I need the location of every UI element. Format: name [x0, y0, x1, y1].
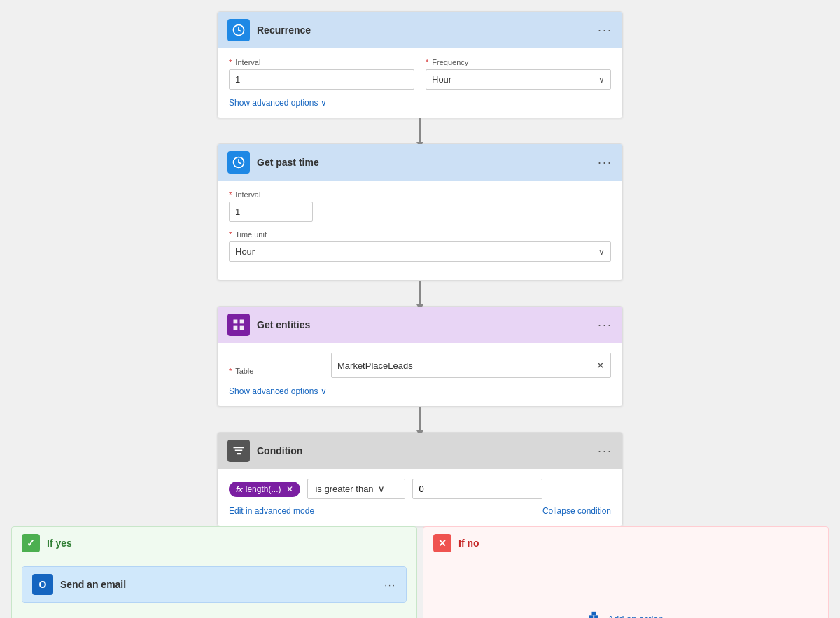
recurrence-frequency-value: Hour — [432, 74, 451, 85]
get-past-time-timeunit-select[interactable]: Hour ∨ — [229, 241, 611, 262]
get-entities-body: * Table MarketPlaceLeads ✕ Show advanced… — [218, 343, 622, 406]
checkmark-icon: ✓ — [27, 538, 35, 549]
svg-line-2 — [239, 30, 241, 31]
condition-title: Condition — [257, 445, 598, 456]
recurrence-interval-input[interactable] — [229, 69, 414, 90]
svg-rect-6 — [234, 320, 238, 324]
get-entities-card: Get entities ··· * Table MarketPlaceLead… — [217, 306, 623, 407]
recurrence-frequency-group: * Frequency Hour ∨ — [426, 58, 611, 90]
recurrence-interval-label: * Interval — [229, 58, 414, 66]
recurrence-menu[interactable]: ··· — [598, 23, 612, 38]
branch-yes-header: ✓ If yes — [12, 527, 416, 559]
recurrence-frequency-label: * Frequency — [426, 58, 611, 66]
no-add-action-label: Add an action — [608, 614, 664, 619]
branch-no-icon: ✕ — [433, 534, 451, 552]
branch-no-body: Add an action — [424, 559, 828, 618]
branch-no-label: If no — [458, 538, 479, 549]
condition-header: Condition ··· — [218, 433, 622, 469]
send-email-icon: O — [32, 574, 53, 595]
get-past-time-menu[interactable]: ··· — [598, 155, 612, 170]
recurrence-show-advanced[interactable]: Show advanced options ∨ — [229, 98, 611, 108]
send-email-menu[interactable]: ··· — [384, 580, 396, 590]
branch-yes: ✓ If yes O Send an email ··· — [11, 526, 417, 618]
get-entities-title: Get entities — [257, 319, 598, 330]
connector-2 — [419, 281, 421, 306]
get-past-time-title: Get past time — [257, 157, 598, 168]
condition-icon — [227, 440, 250, 462]
gpt-unit-star: * — [229, 230, 232, 239]
get-past-time-timeunit-label: * Time unit — [229, 230, 611, 239]
get-entities-header: Get entities ··· — [218, 307, 622, 343]
cross-icon: ✕ — [438, 538, 447, 549]
get-entities-table-label: * Table — [229, 367, 320, 375]
yes-add-action-btn[interactable]: Add an action — [22, 612, 407, 618]
branch-no-header: ✕ If no — [424, 527, 828, 559]
condition-pill-label: length(...) — [246, 484, 281, 494]
svg-rect-7 — [240, 320, 244, 324]
branch-container: ✓ If yes O Send an email ··· — [11, 526, 829, 618]
edit-advanced-link[interactable]: Edit in advanced mode — [229, 506, 314, 516]
branch-no: ✕ If no Add an action — [423, 526, 829, 618]
get-entities-form-row: * Table MarketPlaceLeads ✕ — [229, 353, 611, 378]
get-entities-advanced-label: Show advanced options — [229, 386, 318, 396]
get-entities-table-field[interactable]: MarketPlaceLeads ✕ — [331, 353, 611, 378]
outlook-icon: O — [39, 579, 47, 590]
svg-rect-10 — [234, 447, 244, 448]
get-past-time-timeunit-value: Hour — [235, 246, 255, 257]
send-email-card: O Send an email ··· — [22, 566, 407, 603]
recurrence-interval-group: * Interval — [229, 58, 414, 90]
get-past-time-interval-group: * Interval — [229, 190, 313, 222]
condition-operator-value: is greater than — [315, 484, 373, 494]
timeunit-chevron-icon: ∨ — [598, 247, 605, 257]
get-entities-show-advanced[interactable]: Show advanced options ∨ — [229, 386, 611, 396]
condition-card: Condition ··· fx length(...) ✕ is greate… — [217, 432, 623, 526]
send-email-title: Send an email — [60, 579, 384, 590]
recurrence-body: * Interval * Frequency Hour ∨ Show advan… — [218, 48, 622, 118]
fx-icon: fx — [236, 485, 243, 493]
svg-rect-19 — [592, 611, 596, 615]
get-entities-table-value: MarketPlaceLeads — [337, 360, 596, 371]
no-add-action-btn[interactable]: Add an action — [581, 603, 671, 619]
get-past-time-header: Get past time ··· — [218, 144, 622, 181]
svg-rect-9 — [240, 326, 244, 330]
condition-operator-chevron-icon: ∨ — [378, 484, 385, 494]
get-entities-clear-icon[interactable]: ✕ — [596, 360, 605, 371]
get-past-time-form-row: * Interval — [229, 190, 611, 222]
get-entities-advanced-chevron-icon: ∨ — [321, 386, 327, 396]
recurrence-frequency-select[interactable]: Hour ∨ — [426, 69, 611, 90]
recurrence-header: Recurrence ··· — [218, 12, 622, 48]
no-add-action-icon — [588, 610, 603, 619]
condition-pill-close-icon[interactable]: ✕ — [286, 484, 293, 494]
condition-pill[interactable]: fx length(...) ✕ — [229, 482, 300, 497]
svg-rect-18 — [594, 615, 598, 618]
recurrence-card: Recurrence ··· * Interval * Frequency Ho… — [217, 11, 623, 118]
get-past-time-interval-input[interactable] — [229, 202, 313, 222]
recurrence-title: Recurrence — [257, 24, 598, 36]
get-past-time-unit-row: * Time unit Hour ∨ — [229, 230, 611, 262]
frequency-chevron-icon: ∨ — [598, 75, 605, 85]
condition-row: fx length(...) ✕ is greater than ∨ — [229, 479, 611, 499]
get-entities-menu[interactable]: ··· — [598, 318, 612, 332]
recurrence-advanced-chevron-icon: ∨ — [321, 98, 327, 108]
get-past-time-card: Get past time ··· * Interval * Time unit — [217, 143, 623, 281]
recurrence-advanced-label: Show advanced options — [229, 98, 318, 108]
freq-star: * — [426, 58, 428, 66]
svg-rect-11 — [235, 450, 243, 451]
collapse-condition-link[interactable]: Collapse condition — [542, 506, 611, 516]
condition-operator-select[interactable]: is greater than ∨ — [307, 479, 405, 499]
get-entities-icon — [227, 314, 250, 336]
gpt-interval-star: * — [229, 190, 232, 199]
connector-1 — [419, 118, 421, 143]
condition-value-input[interactable] — [412, 479, 542, 499]
flow-canvas: Recurrence ··· * Interval * Frequency Ho… — [11, 11, 829, 618]
interval-star: * — [229, 58, 232, 66]
condition-menu[interactable]: ··· — [598, 444, 612, 458]
branch-yes-body: O Send an email ··· — [12, 559, 416, 618]
send-email-header: O Send an email ··· — [22, 567, 406, 602]
svg-rect-8 — [234, 326, 238, 330]
recurrence-icon — [227, 19, 250, 41]
get-past-time-timeunit-group: * Time unit Hour ∨ — [229, 230, 611, 262]
table-star: * — [229, 367, 232, 375]
get-past-time-body: * Interval * Time unit Hour ∨ — [218, 181, 622, 280]
condition-links: Edit in advanced mode Collapse condition — [229, 506, 611, 516]
